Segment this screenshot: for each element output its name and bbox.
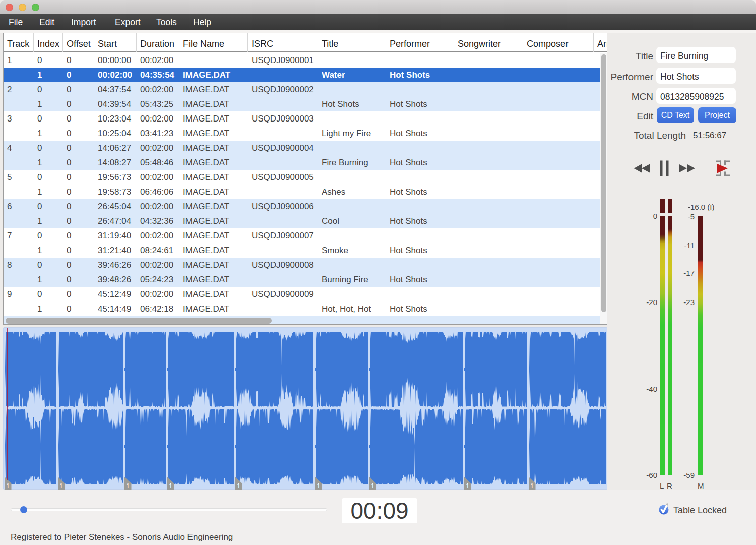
svg-text:1: 1 <box>466 482 469 490</box>
svg-text:1: 1 <box>530 482 534 490</box>
svg-text:1: 1 <box>317 482 320 490</box>
svg-text:1: 1 <box>371 482 374 490</box>
svg-text:1: 1 <box>126 482 130 490</box>
svg-text:1: 1 <box>237 482 240 490</box>
svg-text:1: 1 <box>6 482 10 490</box>
svg-text:1: 1 <box>169 482 172 490</box>
svg-text:1: 1 <box>59 482 63 490</box>
